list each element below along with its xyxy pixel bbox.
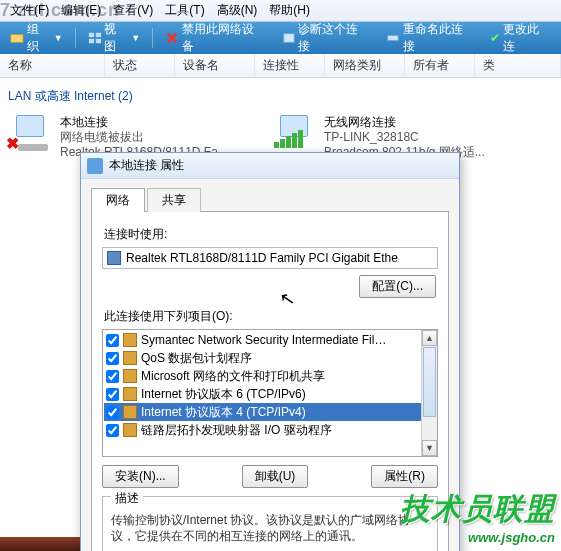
folder-icon xyxy=(10,31,24,45)
col-category[interactable]: 网络类别 xyxy=(325,54,405,77)
configure-button[interactable]: 配置(C)... xyxy=(359,275,436,298)
diagnose-button[interactable]: 诊断这个连接 xyxy=(276,18,376,58)
wireless-adapter-icon xyxy=(272,115,316,151)
tab-network[interactable]: 网络 xyxy=(91,188,145,212)
description-label: 描述 xyxy=(111,490,143,507)
protocol-item[interactable]: Symantec Network Security Intermediate F… xyxy=(104,331,436,349)
svg-rect-2 xyxy=(95,33,100,37)
protocol-label: Symantec Network Security Intermediate F… xyxy=(141,333,386,347)
disable-label: 禁用此网络设备 xyxy=(182,21,265,55)
col-name[interactable]: 名称 xyxy=(0,54,105,77)
watermark-text: 技术员联盟 xyxy=(400,489,555,530)
protocol-label: QoS 数据包计划程序 xyxy=(141,350,252,367)
dialog-title: 本地连接 属性 xyxy=(109,157,184,174)
protocol-icon xyxy=(123,387,137,401)
group-header[interactable]: LAN 或高速 Internet (2) xyxy=(8,84,553,109)
protocol-checkbox[interactable] xyxy=(106,424,119,437)
col-status[interactable]: 状态 xyxy=(105,54,175,77)
organize-button[interactable]: 组织 ▼ xyxy=(4,18,69,58)
error-x-icon: ✖ xyxy=(6,134,19,153)
connection-title: 本地连接 xyxy=(60,115,228,130)
scroll-up-button[interactable]: ▲ xyxy=(422,330,437,346)
protocol-checkbox[interactable] xyxy=(106,334,119,347)
protocol-item[interactable]: Microsoft 网络的文件和打印机共享 xyxy=(104,367,436,385)
change-label: 更改此连 xyxy=(503,21,551,55)
disable-device-button[interactable]: 禁用此网络设备 xyxy=(159,18,271,58)
protocol-checkbox[interactable] xyxy=(106,370,119,383)
col-device[interactable]: 设备名 xyxy=(175,54,255,77)
adapter-field: Realtek RTL8168D/8111D Family PCI Gigabi… xyxy=(102,247,438,269)
organize-label: 组织 xyxy=(27,21,51,55)
protocol-label: Internet 协议版本 6 (TCP/IPv6) xyxy=(141,386,306,403)
protocol-icon xyxy=(123,369,137,383)
bottom-decor xyxy=(0,537,90,551)
rename-button[interactable]: 重命名此连接 xyxy=(380,18,480,58)
connection-status: TP-LINK_32818C xyxy=(324,130,485,145)
watermark-url: www.jsgho.cn xyxy=(400,530,555,545)
connection-status: 网络电缆被拔出 xyxy=(60,130,228,145)
network-icon xyxy=(87,158,103,174)
watermark-bottom-right: 技术员联盟 www.jsgho.cn xyxy=(400,489,555,545)
watermark-top-left: 7 zol.com.cn xyxy=(0,0,120,21)
diagnose-label: 诊断这个连接 xyxy=(298,21,370,55)
protocol-label: 链路层拓扑发现映射器 I/O 驱动程序 xyxy=(141,422,332,439)
svg-rect-1 xyxy=(88,33,93,37)
svg-rect-4 xyxy=(95,39,100,43)
views-button[interactable]: 视图 ▼ xyxy=(82,18,147,58)
install-button[interactable]: 安装(N)... xyxy=(102,465,179,488)
protocol-icon xyxy=(123,423,137,437)
rename-label: 重命名此连接 xyxy=(403,21,475,55)
adapter-chip-icon xyxy=(107,251,121,265)
chevron-down-icon: ▼ xyxy=(54,33,63,43)
protocol-icon xyxy=(123,351,137,365)
rename-icon xyxy=(386,31,400,45)
items-label: 此连接使用下列项目(O): xyxy=(104,308,438,325)
protocol-label: Microsoft 网络的文件和打印机共享 xyxy=(141,368,325,385)
views-icon xyxy=(88,31,102,45)
svg-rect-6 xyxy=(388,35,398,40)
connect-using-label: 连接时使用: xyxy=(104,226,438,243)
protocol-icon xyxy=(123,333,137,347)
scroll-thumb[interactable] xyxy=(423,347,436,417)
group-header-label: LAN 或高速 Internet (2) xyxy=(8,89,133,103)
protocol-item[interactable]: Internet 协议版本 6 (TCP/IPv6) xyxy=(104,385,436,403)
x-icon xyxy=(165,31,179,45)
protocol-checkbox[interactable] xyxy=(106,388,119,401)
scrollbar[interactable]: ▲ ▼ xyxy=(421,330,437,456)
uninstall-button[interactable]: 卸载(U) xyxy=(242,465,309,488)
col-connectivity[interactable]: 连接性 xyxy=(255,54,325,77)
svg-rect-0 xyxy=(11,35,23,43)
adapter-name: Realtek RTL8168D/8111D Family PCI Gigabi… xyxy=(126,251,398,265)
svg-rect-5 xyxy=(283,34,293,43)
protocol-checkbox[interactable] xyxy=(106,352,119,365)
protocol-label: Internet 协议版本 4 (TCP/IPv4) xyxy=(141,404,306,421)
tab-sharing[interactable]: 共享 xyxy=(147,188,201,212)
protocol-item[interactable]: Internet 协议版本 4 (TCP/IPv4) xyxy=(104,403,436,421)
network-adapter-icon: ✖ xyxy=(8,115,52,151)
protocol-checkbox[interactable] xyxy=(106,406,119,419)
description-group: 描述 传输控制协议/Internet 协议。该协议是默认的广域网络协议，它提供在… xyxy=(102,496,438,551)
connection-title: 无线网络连接 xyxy=(324,115,485,130)
svg-rect-3 xyxy=(88,39,93,43)
col-owner[interactable]: 所有者 xyxy=(405,54,475,77)
tabs: 网络 共享 xyxy=(91,188,449,212)
chevron-down-icon: ▼ xyxy=(131,33,140,43)
diagnose-icon xyxy=(282,31,296,45)
properties-button[interactable]: 属性(R) xyxy=(371,465,438,488)
protocol-item[interactable]: 链路层拓扑发现映射器 I/O 驱动程序 xyxy=(104,421,436,439)
change-button[interactable]: ✔ 更改此连 xyxy=(484,18,557,58)
scroll-down-button[interactable]: ▼ xyxy=(422,440,437,456)
protocol-item[interactable]: QoS 数据包计划程序 xyxy=(104,349,436,367)
tab-panel-network: 连接时使用: Realtek RTL8168D/8111D Family PCI… xyxy=(91,211,449,551)
check-icon: ✔ xyxy=(490,31,500,45)
views-label: 视图 xyxy=(104,21,128,55)
dialog-titlebar[interactable]: 本地连接 属性 xyxy=(81,153,459,179)
column-headers: 名称 状态 设备名 连接性 网络类别 所有者 类 xyxy=(0,54,561,78)
protocol-icon xyxy=(123,405,137,419)
protocol-listbox[interactable]: Symantec Network Security Intermediate F… xyxy=(102,329,438,457)
toolbar: 组织 ▼ 视图 ▼ 禁用此网络设备 诊断这个连接 重命名此连接 ✔ 更改此连 xyxy=(0,22,561,54)
description-text: 传输控制协议/Internet 协议。该协议是默认的广域网络协议，它提供在不同的… xyxy=(111,512,429,544)
col-type[interactable]: 类 xyxy=(475,54,561,77)
